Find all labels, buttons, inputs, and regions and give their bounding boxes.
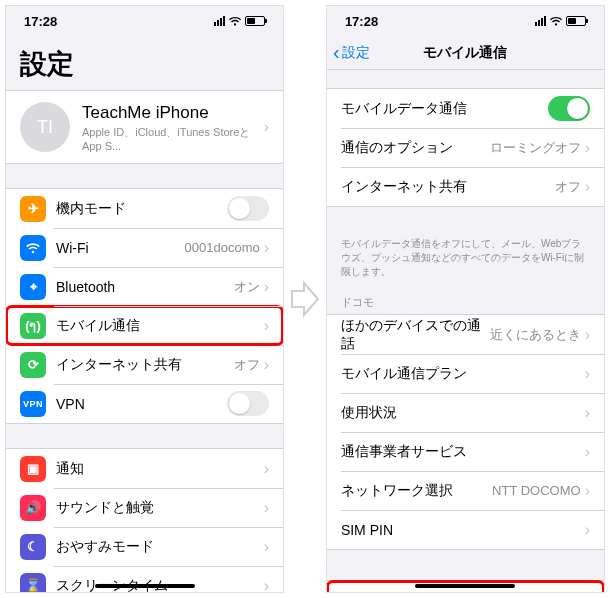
sim-pin-row[interactable]: SIM PIN › — [327, 510, 604, 549]
wifi-icon — [228, 16, 242, 26]
dnd-row[interactable]: ☾ おやすみモード › — [6, 527, 283, 566]
page-title: 設定 — [6, 36, 283, 90]
battery-icon — [566, 16, 586, 26]
chevron-right-icon: › — [585, 443, 590, 461]
sounds-icon: 🔊 — [20, 495, 46, 521]
dnd-icon: ☾ — [20, 534, 46, 560]
chevron-right-icon: › — [264, 460, 269, 478]
carrier-header: ドコモ — [327, 281, 604, 314]
chevron-right-icon: › — [585, 178, 590, 196]
signal-icon — [535, 16, 546, 26]
notifications-label: 通知 — [56, 460, 264, 478]
cellular-row[interactable]: (ๆ) モバイル通信 › — [6, 306, 283, 345]
wifi-label: Wi-Fi — [56, 240, 185, 256]
battery-icon — [245, 16, 265, 26]
wifi-row[interactable]: Wi-Fi 0001docomo › — [6, 228, 283, 267]
usage-row[interactable]: 使用状況 › — [327, 393, 604, 432]
vpn-toggle[interactable] — [227, 391, 269, 416]
bluetooth-value: オン — [234, 278, 260, 296]
sim-pin-label: SIM PIN — [341, 522, 585, 538]
dnd-label: おやすみモード — [56, 538, 264, 556]
bluetooth-label: Bluetooth — [56, 279, 234, 295]
cellular-label: モバイル通信 — [56, 317, 264, 335]
network-selection-row[interactable]: ネットワーク選択 NTT DOCOMO › — [327, 471, 604, 510]
chevron-right-icon: › — [585, 365, 590, 383]
notifications-icon: ▣ — [20, 456, 46, 482]
status-icons — [535, 16, 586, 26]
other-devices-row[interactable]: ほかのデバイスでの通話 近くにあるとき › — [327, 315, 604, 354]
status-time: 17:28 — [24, 14, 57, 29]
cellular-screen: 17:28 ‹ 設定 モバイル通信 モバイルデータ通信 通信のオプション ローミ… — [326, 5, 605, 593]
bluetooth-row[interactable]: ⌖ Bluetooth オン › — [6, 267, 283, 306]
vpn-label: VPN — [56, 396, 227, 412]
transition-arrow — [288, 5, 322, 593]
wifi-icon — [549, 16, 563, 26]
nav-title: モバイル通信 — [423, 44, 507, 62]
add-cellular-plan-row[interactable]: モバイル通信プランを追加 — [327, 581, 604, 592]
chevron-right-icon: › — [585, 482, 590, 500]
sounds-row[interactable]: 🔊 サウンドと触覚 › — [6, 488, 283, 527]
hotspot-row[interactable]: ⟳ インターネット共有 オフ › — [6, 345, 283, 384]
cellular-options-value: ローミングオフ — [490, 139, 581, 157]
other-devices-label: ほかのデバイスでの通話 — [341, 317, 490, 353]
other-devices-value: 近くにあるとき — [490, 326, 581, 344]
vpn-icon: VPN — [20, 391, 46, 417]
hotspot-value: オフ — [555, 178, 581, 196]
status-bar: 17:28 — [327, 6, 604, 36]
arrow-right-icon — [290, 279, 320, 319]
chevron-right-icon: › — [264, 278, 269, 296]
wifi-value: 0001docomo — [185, 240, 260, 255]
home-indicator — [95, 584, 195, 588]
profile-subtitle: Apple ID、iCloud、iTunes StoreとApp S... — [82, 125, 264, 152]
settings-screen: 17:28 設定 TI TeachMe iPhone Apple ID、iClo… — [5, 5, 284, 593]
carrier-services-label: 通信事業者サービス — [341, 443, 585, 461]
chevron-right-icon: › — [264, 499, 269, 517]
chevron-left-icon: ‹ — [333, 41, 340, 64]
vpn-row[interactable]: VPN VPN — [6, 384, 283, 423]
chevron-right-icon: › — [264, 239, 269, 257]
wifi-icon — [20, 235, 46, 261]
notifications-row[interactable]: ▣ 通知 › — [6, 449, 283, 488]
profile-name: TeachMe iPhone — [82, 103, 264, 123]
airplane-toggle[interactable] — [227, 196, 269, 221]
status-bar: 17:28 — [6, 6, 283, 36]
chevron-right-icon: › — [585, 404, 590, 422]
nav-bar: ‹ 設定 モバイル通信 — [327, 36, 604, 70]
chevron-right-icon: › — [264, 317, 269, 335]
hotspot-label: インターネット共有 — [341, 178, 555, 196]
cellular-plan-row[interactable]: モバイル通信プラン › — [327, 354, 604, 393]
carrier-services-row[interactable]: 通信事業者サービス › — [327, 432, 604, 471]
screentime-row[interactable]: ⌛ スクリーンタイム › — [6, 566, 283, 592]
chevron-right-icon: › — [585, 326, 590, 344]
network-selection-label: ネットワーク選択 — [341, 482, 492, 500]
status-icons — [214, 16, 265, 26]
hotspot-icon: ⟳ — [20, 352, 46, 378]
signal-icon — [214, 16, 225, 26]
chevron-right-icon: › — [585, 139, 590, 157]
hotspot-row[interactable]: インターネット共有 オフ › — [327, 167, 604, 206]
cellular-plan-label: モバイル通信プラン — [341, 365, 585, 383]
cellular-icon: (ๆ) — [20, 313, 46, 339]
sounds-label: サウンドと触覚 — [56, 499, 264, 517]
airplane-mode-label: 機内モード — [56, 200, 227, 218]
chevron-right-icon: › — [264, 118, 269, 136]
cellular-data-toggle[interactable] — [548, 96, 590, 121]
avatar: TI — [20, 102, 70, 152]
bluetooth-icon: ⌖ — [20, 274, 46, 300]
cellular-data-row[interactable]: モバイルデータ通信 — [327, 89, 604, 128]
status-time: 17:28 — [345, 14, 378, 29]
cellular-options-row[interactable]: 通信のオプション ローミングオフ › — [327, 128, 604, 167]
hotspot-value: オフ — [234, 356, 260, 374]
back-button[interactable]: ‹ 設定 — [333, 41, 370, 64]
airplane-icon: ✈ — [20, 196, 46, 222]
chevron-right-icon: › — [264, 356, 269, 374]
cellular-footer-text: モバイルデータ通信をオフにして、メール、Webブラウズ、プッシュ通知などのすべて… — [327, 231, 604, 281]
cellular-data-label: モバイルデータ通信 — [341, 100, 548, 118]
chevron-right-icon: › — [264, 538, 269, 556]
apple-id-row[interactable]: TI TeachMe iPhone Apple ID、iCloud、iTunes… — [6, 91, 283, 163]
usage-label: 使用状況 — [341, 404, 585, 422]
network-selection-value: NTT DOCOMO — [492, 483, 581, 498]
hotspot-label: インターネット共有 — [56, 356, 234, 374]
airplane-mode-row[interactable]: ✈ 機内モード — [6, 189, 283, 228]
cellular-options-label: 通信のオプション — [341, 139, 490, 157]
